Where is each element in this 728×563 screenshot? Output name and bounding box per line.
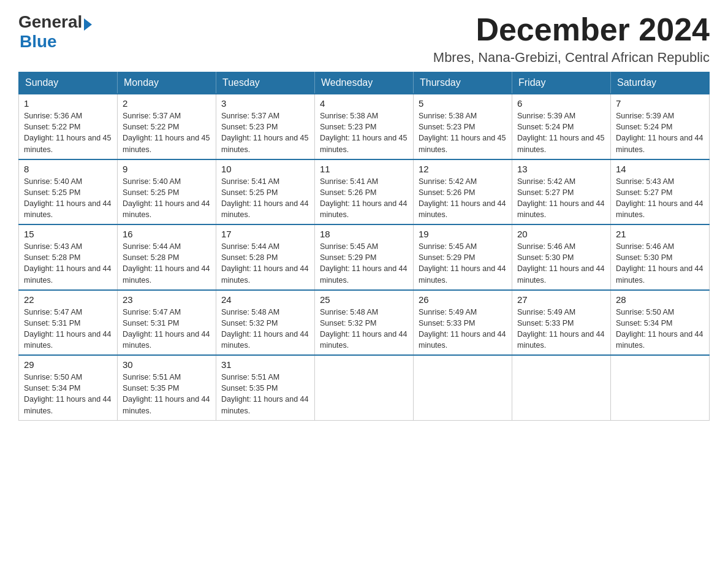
calendar-cell: 4 Sunrise: 5:38 AM Sunset: 5:23 PM Dayli…	[315, 94, 414, 159]
day-info: Sunrise: 5:40 AM Sunset: 5:25 PM Dayligh…	[123, 176, 211, 221]
day-number: 28	[616, 294, 704, 305]
day-number: 24	[221, 294, 309, 305]
day-info: Sunrise: 5:41 AM Sunset: 5:25 PM Dayligh…	[221, 176, 309, 221]
day-info: Sunrise: 5:47 AM Sunset: 5:31 PM Dayligh…	[123, 307, 211, 351]
day-number: 7	[616, 98, 704, 109]
day-info: Sunrise: 5:48 AM Sunset: 5:32 PM Dayligh…	[221, 307, 309, 351]
calendar-week-row: 22 Sunrise: 5:47 AM Sunset: 5:31 PM Dayl…	[19, 290, 710, 356]
day-info: Sunrise: 5:49 AM Sunset: 5:33 PM Dayligh…	[419, 307, 507, 351]
day-number: 2	[123, 98, 211, 109]
col-saturday: Saturday	[611, 72, 710, 94]
calendar-week-row: 29 Sunrise: 5:50 AM Sunset: 5:34 PM Dayl…	[19, 355, 710, 420]
calendar-cell: 31 Sunrise: 5:51 AM Sunset: 5:35 PM Dayl…	[216, 355, 315, 420]
day-info: Sunrise: 5:42 AM Sunset: 5:27 PM Dayligh…	[517, 176, 605, 221]
day-info: Sunrise: 5:46 AM Sunset: 5:30 PM Dayligh…	[616, 241, 704, 286]
calendar-cell: 11 Sunrise: 5:41 AM Sunset: 5:26 PM Dayl…	[315, 159, 414, 225]
calendar-cell	[611, 355, 710, 420]
day-number: 29	[24, 359, 112, 370]
calendar-cell: 9 Sunrise: 5:40 AM Sunset: 5:25 PM Dayli…	[118, 159, 216, 225]
day-number: 31	[221, 359, 309, 370]
day-number: 1	[24, 98, 112, 109]
calendar-cell: 2 Sunrise: 5:37 AM Sunset: 5:22 PM Dayli…	[118, 94, 216, 159]
calendar-cell: 30 Sunrise: 5:51 AM Sunset: 5:35 PM Dayl…	[118, 355, 216, 420]
day-header-row: Sunday Monday Tuesday Wednesday Thursday…	[19, 72, 710, 94]
logo-blue-text: Blue	[20, 32, 57, 52]
day-info: Sunrise: 5:43 AM Sunset: 5:27 PM Dayligh…	[616, 176, 704, 221]
day-info: Sunrise: 5:50 AM Sunset: 5:34 PM Dayligh…	[616, 307, 704, 351]
day-number: 4	[320, 98, 408, 109]
day-number: 20	[517, 229, 605, 239]
day-info: Sunrise: 5:51 AM Sunset: 5:35 PM Dayligh…	[123, 372, 211, 416]
day-info: Sunrise: 5:39 AM Sunset: 5:24 PM Dayligh…	[616, 110, 704, 155]
calendar-cell: 18 Sunrise: 5:45 AM Sunset: 5:29 PM Dayl…	[315, 224, 414, 290]
calendar-cell: 28 Sunrise: 5:50 AM Sunset: 5:34 PM Dayl…	[611, 290, 710, 356]
calendar-week-row: 15 Sunrise: 5:43 AM Sunset: 5:28 PM Dayl…	[19, 224, 710, 290]
calendar-cell: 20 Sunrise: 5:46 AM Sunset: 5:30 PM Dayl…	[512, 224, 611, 290]
day-info: Sunrise: 5:48 AM Sunset: 5:32 PM Dayligh…	[320, 307, 408, 351]
day-number: 19	[419, 229, 507, 239]
calendar-cell: 5 Sunrise: 5:38 AM Sunset: 5:23 PM Dayli…	[414, 94, 512, 159]
day-info: Sunrise: 5:44 AM Sunset: 5:28 PM Dayligh…	[221, 241, 309, 286]
day-number: 26	[419, 294, 507, 305]
calendar-cell: 27 Sunrise: 5:49 AM Sunset: 5:33 PM Dayl…	[512, 290, 611, 356]
day-number: 5	[419, 98, 507, 109]
calendar-week-row: 1 Sunrise: 5:36 AM Sunset: 5:22 PM Dayli…	[19, 94, 710, 159]
calendar-cell: 14 Sunrise: 5:43 AM Sunset: 5:27 PM Dayl…	[611, 159, 710, 225]
day-info: Sunrise: 5:38 AM Sunset: 5:23 PM Dayligh…	[320, 110, 408, 155]
calendar-cell: 23 Sunrise: 5:47 AM Sunset: 5:31 PM Dayl…	[118, 290, 216, 356]
calendar-cell: 1 Sunrise: 5:36 AM Sunset: 5:22 PM Dayli…	[19, 94, 118, 159]
day-number: 25	[320, 294, 408, 305]
day-number: 14	[616, 164, 704, 174]
day-number: 18	[320, 229, 408, 239]
day-info: Sunrise: 5:46 AM Sunset: 5:30 PM Dayligh…	[517, 241, 605, 286]
page-header: General Blue December 2024 Mbres, Nana-G…	[18, 12, 710, 66]
day-info: Sunrise: 5:42 AM Sunset: 5:26 PM Dayligh…	[419, 176, 507, 221]
day-info: Sunrise: 5:50 AM Sunset: 5:34 PM Dayligh…	[24, 372, 112, 416]
day-number: 9	[123, 164, 211, 174]
day-info: Sunrise: 5:51 AM Sunset: 5:35 PM Dayligh…	[221, 372, 309, 416]
day-number: 10	[221, 164, 309, 174]
calendar-cell: 6 Sunrise: 5:39 AM Sunset: 5:24 PM Dayli…	[512, 94, 611, 159]
calendar-cell: 10 Sunrise: 5:41 AM Sunset: 5:25 PM Dayl…	[216, 159, 315, 225]
calendar-cell	[512, 355, 611, 420]
day-info: Sunrise: 5:43 AM Sunset: 5:28 PM Dayligh…	[24, 241, 112, 286]
col-wednesday: Wednesday	[315, 72, 414, 94]
day-number: 27	[517, 294, 605, 305]
col-sunday: Sunday	[19, 72, 118, 94]
day-number: 16	[123, 229, 211, 239]
day-number: 11	[320, 164, 408, 174]
calendar-cell	[315, 355, 414, 420]
calendar-cell	[414, 355, 512, 420]
day-number: 21	[616, 229, 704, 239]
day-info: Sunrise: 5:45 AM Sunset: 5:29 PM Dayligh…	[320, 241, 408, 286]
calendar-cell: 7 Sunrise: 5:39 AM Sunset: 5:24 PM Dayli…	[611, 94, 710, 159]
calendar-cell: 13 Sunrise: 5:42 AM Sunset: 5:27 PM Dayl…	[512, 159, 611, 225]
calendar-cell: 25 Sunrise: 5:48 AM Sunset: 5:32 PM Dayl…	[315, 290, 414, 356]
day-number: 23	[123, 294, 211, 305]
month-year-title: December 2024	[433, 12, 710, 47]
day-number: 22	[24, 294, 112, 305]
calendar-cell: 12 Sunrise: 5:42 AM Sunset: 5:26 PM Dayl…	[414, 159, 512, 225]
calendar-cell: 3 Sunrise: 5:37 AM Sunset: 5:23 PM Dayli…	[216, 94, 315, 159]
calendar-cell: 16 Sunrise: 5:44 AM Sunset: 5:28 PM Dayl…	[118, 224, 216, 290]
calendar-header: Sunday Monday Tuesday Wednesday Thursday…	[19, 72, 710, 94]
day-number: 3	[221, 98, 309, 109]
location-subtitle: Mbres, Nana-Grebizi, Central African Rep…	[433, 50, 710, 66]
day-number: 6	[517, 98, 605, 109]
day-info: Sunrise: 5:47 AM Sunset: 5:31 PM Dayligh…	[24, 307, 112, 351]
calendar-cell: 15 Sunrise: 5:43 AM Sunset: 5:28 PM Dayl…	[19, 224, 118, 290]
day-info: Sunrise: 5:39 AM Sunset: 5:24 PM Dayligh…	[517, 110, 605, 155]
calendar-cell: 22 Sunrise: 5:47 AM Sunset: 5:31 PM Dayl…	[19, 290, 118, 356]
calendar-cell: 21 Sunrise: 5:46 AM Sunset: 5:30 PM Dayl…	[611, 224, 710, 290]
day-number: 30	[123, 359, 211, 370]
day-info: Sunrise: 5:37 AM Sunset: 5:23 PM Dayligh…	[221, 110, 309, 155]
col-monday: Monday	[118, 72, 216, 94]
day-number: 17	[221, 229, 309, 239]
calendar-cell: 29 Sunrise: 5:50 AM Sunset: 5:34 PM Dayl…	[19, 355, 118, 420]
col-tuesday: Tuesday	[216, 72, 315, 94]
col-thursday: Thursday	[414, 72, 512, 94]
day-info: Sunrise: 5:44 AM Sunset: 5:28 PM Dayligh…	[123, 241, 211, 286]
day-info: Sunrise: 5:45 AM Sunset: 5:29 PM Dayligh…	[419, 241, 507, 286]
title-section: December 2024 Mbres, Nana-Grebizi, Centr…	[433, 12, 710, 66]
calendar-cell: 19 Sunrise: 5:45 AM Sunset: 5:29 PM Dayl…	[414, 224, 512, 290]
